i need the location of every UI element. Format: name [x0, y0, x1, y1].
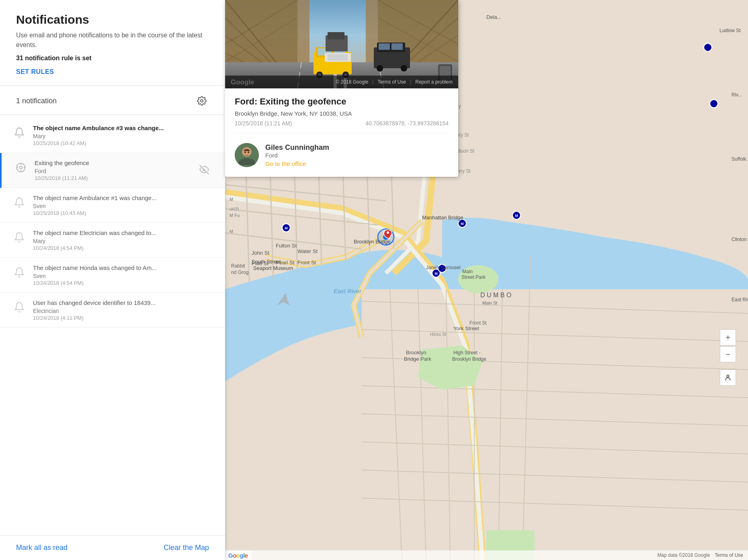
notifications-list: The object name Ambulance #3 was change.…: [0, 115, 225, 535]
list-item[interactable]: The object name Ambulance #3 was change.…: [0, 118, 225, 153]
geofence-icon: [14, 160, 28, 175]
svg-text:East River: East River: [334, 288, 362, 294]
svg-text:Front St: Front St: [469, 320, 487, 326]
svg-text:Riv...: Riv...: [732, 92, 742, 98]
svg-text:High Street -: High Street -: [453, 350, 480, 356]
svg-text:Water St: Water St: [297, 248, 318, 254]
svg-point-39: [704, 43, 712, 51]
zoom-in-button[interactable]: +: [720, 329, 736, 345]
svg-text:Hicks St: Hicks St: [430, 332, 446, 337]
svg-text:Front St: Front St: [297, 260, 316, 266]
list-count: 1 notification: [16, 97, 57, 105]
notif-time: 10/24/2018 (4:11 PM): [33, 315, 209, 321]
notif-subtitle: Ford: [35, 168, 209, 174]
notif-time: 10/25/2018 (10:43 AM): [33, 210, 209, 216]
svg-text:Jane's Carousel: Jane's Carousel: [426, 265, 461, 270]
event-title: Ford: Exiting the geofence: [235, 96, 449, 107]
svg-point-145: [244, 151, 246, 153]
street-view-image: Google © 2018 Google | Terms of Use | Re…: [225, 0, 458, 88]
list-item[interactable]: Exiting the geofence Ford 10/25/2018 (11…: [0, 153, 225, 188]
bell-icon: [12, 300, 27, 315]
list-item[interactable]: The object name Ambulance #1 was change.…: [0, 188, 225, 223]
set-rules-link[interactable]: SET RULES: [16, 68, 54, 75]
svg-text:Rabbit: Rabbit: [231, 263, 245, 269]
notif-time: 10/25/2018 (11:21 AM): [35, 175, 209, 181]
page-title: Notifications: [16, 13, 209, 27]
clear-map-button[interactable]: Clear the Map: [164, 544, 209, 552]
svg-text:nd Grog: nd Grog: [231, 270, 248, 275]
notification-content: The object name Electrician was changed …: [33, 229, 209, 251]
notification-content: The object name Ambulance #1 was change.…: [33, 194, 209, 216]
notif-subtitle: Mary: [33, 133, 209, 139]
settings-button[interactable]: [195, 94, 209, 108]
zoom-out-button[interactable]: −: [720, 346, 736, 362]
mark-all-read-button[interactable]: Mark all as read: [16, 544, 68, 552]
notification-content: The object name Honda was changed to Am.…: [33, 264, 209, 286]
svg-point-146: [248, 151, 249, 153]
notification-content: User has changed device identifier to 18…: [33, 299, 209, 321]
svg-text:Brooklyn Bridge: Brooklyn Bridge: [452, 356, 486, 362]
svg-text:Suffolk St: Suffolk St: [732, 156, 748, 162]
report-problem-link[interactable]: Report a problem: [412, 78, 456, 86]
event-address: Brooklyn Bridge, New York, NY 10038, USA: [235, 110, 449, 117]
notif-time: 10/25/2018 (10:42 AM): [33, 140, 209, 146]
svg-text:M Fu: M Fu: [230, 213, 240, 218]
svg-rect-131: [391, 43, 403, 50]
svg-point-93: [20, 166, 23, 169]
svg-text:urch: urch: [230, 206, 239, 212]
notifications-header: Notifications Use email and phone notifi…: [0, 0, 225, 86]
map-zoom-controls: + −: [720, 329, 736, 362]
svg-text:York Street: York Street: [453, 325, 479, 331]
terms-of-use-link[interactable]: Terms of Use: [374, 78, 409, 86]
list-item[interactable]: The object name Electrician was changed …: [0, 223, 225, 258]
svg-text:M: M: [285, 226, 288, 230]
person-task[interactable]: Go to the office: [265, 160, 449, 167]
svg-text:Ludlow St: Ludlow St: [719, 28, 741, 33]
svg-text:Clinton St: Clinton St: [732, 237, 748, 242]
bell-icon: [12, 195, 27, 210]
bell-icon: [12, 230, 27, 245]
svg-text:East Riv...: East Riv...: [732, 297, 748, 302]
notif-time: 10/24/2018 (4:54 PM): [33, 280, 209, 286]
map-terms-link[interactable]: Terms of Use: [715, 552, 743, 558]
street-view-button[interactable]: [720, 370, 736, 386]
svg-text:Main: Main: [462, 269, 473, 274]
notif-subtitle: Sven: [33, 273, 209, 279]
svg-text:Seaport Museum: Seaport Museum: [253, 265, 293, 271]
notif-time: 10/24/2018 (4:54 PM): [33, 245, 209, 251]
svg-text:Street Park: Street Park: [461, 274, 486, 280]
map-bottom-bar: Map data ©2018 Google Terms of Use: [225, 550, 748, 560]
svg-rect-137: [328, 54, 348, 61]
notification-content: Exiting the geofence Ford 10/25/2018 (11…: [35, 159, 209, 181]
svg-text:D U M B O: D U M B O: [480, 292, 511, 298]
svg-text:Bridge Park: Bridge Park: [404, 356, 431, 362]
notif-title: The object name Ambulance #3 was change.…: [33, 125, 209, 131]
hide-icon[interactable]: [199, 165, 209, 176]
svg-text:John St: John St: [252, 250, 269, 256]
list-item[interactable]: User has changed device identifier to 18…: [0, 293, 225, 328]
svg-point-91: [727, 375, 729, 378]
street-view-bar: © 2018 Google | Terms of Use | Report a …: [225, 76, 458, 88]
event-popup: Google © 2018 Google | Terms of Use | Re…: [225, 0, 458, 177]
svg-point-40: [710, 100, 718, 108]
person-vehicle: Ford: [265, 152, 449, 159]
notif-title: The object name Ambulance #1 was change.…: [33, 194, 209, 201]
svg-text:M: M: [230, 197, 233, 202]
person-card: Giles Cunningham Ford Go to the office: [235, 140, 449, 170]
svg-text:Brooklyn Bridge: Brooklyn Bridge: [354, 239, 391, 245]
event-time: 10/25/2018 (11:21 AM): [235, 120, 292, 127]
map-google-logo: Google: [225, 550, 251, 560]
popup-content: Ford: Exiting the geofence Brooklyn Brid…: [225, 88, 458, 177]
svg-point-133: [401, 65, 407, 72]
map-copyright: Map data ©2018 Google: [657, 552, 710, 558]
event-meta: 10/25/2018 (11:21 AM) 40.7063878978, -73…: [235, 120, 449, 133]
list-item[interactable]: The object name Honda was changed to Am.…: [0, 258, 225, 293]
svg-text:Fulton St: Fulton St: [276, 243, 297, 249]
person-info: Giles Cunningham Ford Go to the office: [265, 143, 449, 167]
svg-text:Dela...: Dela...: [486, 14, 502, 20]
svg-text:M: M: [515, 214, 518, 218]
left-panel: Notifications Use email and phone notifi…: [0, 0, 225, 560]
person-name: Giles Cunningham: [265, 143, 449, 152]
svg-text:M: M: [230, 229, 233, 234]
avatar: [235, 143, 259, 167]
